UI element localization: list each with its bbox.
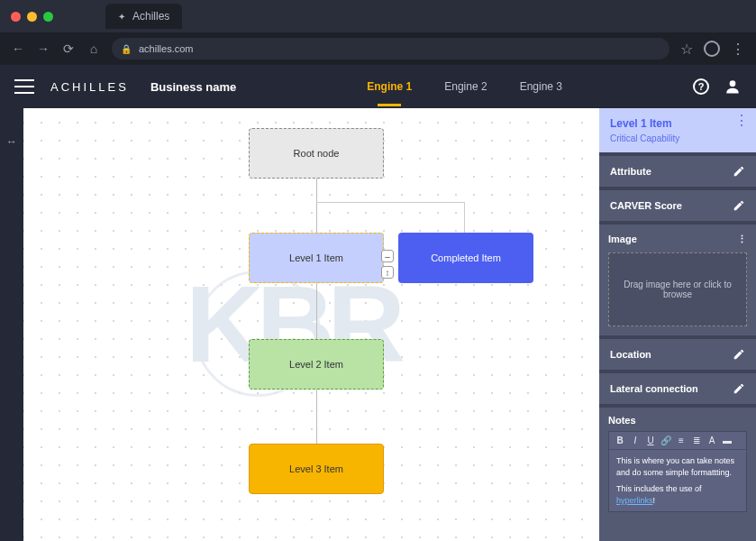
- tab-engine-2[interactable]: Engine 2: [444, 68, 487, 105]
- app-logo: ACHILLES: [50, 80, 129, 94]
- bold-icon[interactable]: B: [615, 436, 625, 445]
- notes-line-2-suffix: !: [653, 496, 656, 505]
- maximize-window-button[interactable]: [43, 12, 53, 22]
- tab-favicon: ✦: [118, 12, 125, 22]
- connector-line: [316, 390, 317, 444]
- node-handle-arrow[interactable]: ↕: [381, 266, 394, 279]
- minimize-window-button[interactable]: [27, 12, 37, 22]
- svg-point-0: [730, 80, 736, 87]
- resize-handle-icon[interactable]: ↔: [6, 135, 17, 148]
- browser-menu-icon[interactable]: ⋮: [731, 41, 745, 58]
- back-button[interactable]: ←: [11, 41, 25, 56]
- help-icon[interactable]: ?: [693, 78, 709, 95]
- tab-engine-1[interactable]: Engine 1: [367, 68, 412, 105]
- notes-toolbar: B I U 🔗 ≡ ≣ A ▬: [609, 432, 746, 450]
- notes-label: Notes: [608, 415, 747, 426]
- edit-pencil-icon[interactable]: [733, 382, 745, 395]
- panel-header: Level 1 Item Critical Capability ⋮: [599, 108, 756, 152]
- node-level-3[interactable]: Level 3 Item: [249, 444, 384, 494]
- color-icon[interactable]: ▬: [722, 436, 733, 445]
- close-window-button[interactable]: [11, 12, 21, 22]
- window-titlebar: ✦ Achilles: [0, 0, 756, 32]
- node-completed[interactable]: Completed Item: [398, 233, 533, 283]
- panel-row-attribute[interactable]: Attribute: [599, 156, 756, 187]
- carver-label: CARVER Score: [610, 200, 682, 211]
- bookmark-star-icon[interactable]: ☆: [680, 41, 693, 58]
- business-name: Business name: [150, 80, 236, 94]
- numbered-list-icon[interactable]: ≣: [691, 436, 702, 445]
- panel-image-section: Image ⋮ Drag image here or click to brow…: [599, 225, 756, 335]
- window-traffic-lights: [11, 12, 53, 22]
- link-icon[interactable]: 🔗: [660, 436, 671, 445]
- left-rail: ↔: [0, 108, 23, 541]
- forward-button[interactable]: →: [36, 41, 50, 56]
- node-root[interactable]: Root node: [249, 128, 384, 179]
- panel-subtitle: Critical Capability: [610, 133, 745, 143]
- app-header: ACHILLES Business name Engine 1 Engine 2…: [0, 65, 756, 108]
- list-icon[interactable]: ≡: [676, 436, 687, 445]
- connector-line: [316, 202, 465, 233]
- connector-line: [316, 283, 317, 339]
- properties-panel: Level 1 Item Critical Capability ⋮ Attri…: [599, 108, 756, 541]
- notes-content[interactable]: This is where you can take notes and do …: [609, 450, 746, 511]
- tab-title: Achilles: [132, 10, 169, 23]
- lateral-label: Lateral connection: [610, 383, 698, 394]
- panel-row-carver[interactable]: CARVER Score: [599, 190, 756, 221]
- notes-hyperlink[interactable]: hyperlinks: [616, 496, 653, 505]
- browser-tab[interactable]: ✦ Achilles: [105, 4, 182, 29]
- profile-avatar-icon[interactable]: [704, 41, 720, 57]
- panel-row-lateral[interactable]: Lateral connection: [599, 373, 756, 404]
- node-level-2[interactable]: Level 2 Item: [249, 339, 384, 390]
- url-field[interactable]: 🔒 achilles.com: [112, 38, 669, 60]
- image-dropzone[interactable]: Drag image here or click to browse: [608, 252, 747, 326]
- location-label: Location: [610, 349, 651, 360]
- font-icon[interactable]: A: [706, 436, 717, 445]
- italic-icon[interactable]: I: [630, 436, 641, 445]
- panel-menu-icon[interactable]: ⋮: [734, 119, 749, 124]
- panel-title: Level 1 Item: [610, 117, 745, 130]
- home-button[interactable]: ⌂: [87, 41, 101, 56]
- tab-engine-3[interactable]: Engine 3: [520, 68, 562, 105]
- notes-editor[interactable]: B I U 🔗 ≡ ≣ A ▬ This is where you can ta…: [608, 431, 747, 512]
- edit-pencil-icon[interactable]: [733, 348, 745, 361]
- image-label: Image: [608, 234, 637, 245]
- notes-line-1: This is where you can take notes and do …: [616, 455, 739, 478]
- menu-hamburger-icon[interactable]: [14, 79, 34, 94]
- node-level-1[interactable]: Level 1 Item: [249, 233, 384, 283]
- panel-row-location[interactable]: Location: [599, 339, 756, 370]
- underline-icon[interactable]: U: [645, 436, 656, 445]
- lock-icon: 🔒: [121, 44, 132, 54]
- attribute-label: Attribute: [610, 166, 651, 177]
- edit-pencil-icon[interactable]: [733, 199, 745, 212]
- image-menu-icon[interactable]: ⋮: [737, 234, 747, 245]
- browser-address-bar: ← → ⟳ ⌂ 🔒 achilles.com ☆ ⋮: [0, 32, 756, 65]
- url-text: achilles.com: [139, 43, 194, 54]
- user-account-icon[interactable]: [724, 78, 742, 96]
- panel-notes-section: Notes B I U 🔗 ≡ ≣ A ▬ This is where you …: [599, 408, 756, 541]
- edit-pencil-icon[interactable]: [733, 165, 745, 178]
- notes-line-2-prefix: This includes the use of: [616, 484, 702, 493]
- reload-button[interactable]: ⟳: [61, 41, 76, 56]
- node-handle-minus[interactable]: –: [381, 250, 394, 262]
- diagram-canvas[interactable]: KBR Root node Level 1 Item Completed Ite…: [23, 108, 599, 541]
